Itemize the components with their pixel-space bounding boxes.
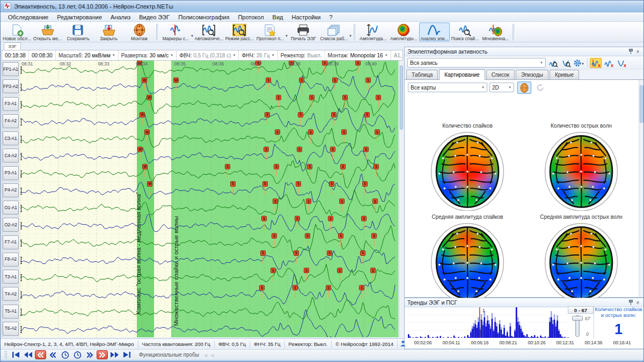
toolbar-button-review-mode[interactable]: Режим расс... bbox=[224, 23, 255, 41]
tab-eeg[interactable]: ЭЭГ bbox=[4, 42, 21, 50]
tab-список[interactable]: Список bbox=[486, 70, 515, 79]
menu-item-0[interactable]: Обследование bbox=[4, 13, 53, 21]
pin-icon[interactable] bbox=[627, 48, 634, 55]
close-icon[interactable]: × bbox=[634, 48, 641, 55]
page-forward-button[interactable] bbox=[109, 350, 120, 359]
toolbar-button-instant-map[interactable]: Мгновенна... bbox=[480, 23, 511, 41]
param-монтаж[interactable]: Монтаж:Monopolar 16▼ bbox=[325, 50, 391, 60]
tab-кривые[interactable]: Кривые bbox=[550, 70, 579, 79]
param-развертка[interactable]: Развертка:30 мм/с▼ bbox=[119, 50, 177, 60]
brain-map-2[interactable] bbox=[427, 221, 508, 304]
spike-delete-icon[interactable]: x bbox=[590, 58, 602, 68]
skip-end-button[interactable] bbox=[121, 350, 133, 359]
chevron-down-icon[interactable]: ▼ bbox=[272, 54, 275, 57]
svg-text:S: S bbox=[273, 234, 276, 238]
toolbar-button-montage[interactable]: Монтаж bbox=[124, 23, 155, 41]
toolbar-button-protocol[interactable]: Протокол п... bbox=[255, 23, 286, 41]
head-view-button[interactable] bbox=[517, 82, 531, 94]
next-test-icon[interactable]: » bbox=[203, 352, 209, 358]
pin-icon[interactable] bbox=[627, 299, 634, 306]
refresh-icon[interactable] bbox=[533, 82, 546, 94]
menu-item-8[interactable]: ? bbox=[325, 13, 336, 21]
eeg-scrollbar-thumb[interactable] bbox=[400, 65, 403, 130]
toolbar-button-spike-search[interactable]: Поиск спай... bbox=[450, 23, 480, 41]
wave-search-icon[interactable] bbox=[547, 58, 559, 68]
toolbar-button-amplitude[interactable]: Амплитуда... bbox=[358, 23, 389, 41]
menu-item-7[interactable]: Настройки bbox=[287, 13, 325, 21]
param-time-8[interactable]: A1, A2▼ bbox=[391, 50, 403, 60]
chevron-down-icon[interactable]: ▼ bbox=[170, 54, 173, 57]
channel-label-p3-a1[interactable]: P3-A1 bbox=[3, 166, 19, 180]
fast-back-button[interactable] bbox=[35, 350, 46, 359]
mapping-scrollbar-thumb[interactable] bbox=[640, 85, 643, 123]
maps-filter-select[interactable]: Все карты▼ bbox=[408, 83, 487, 92]
mapping-scrollbar[interactable] bbox=[639, 80, 643, 297]
brain-map-0[interactable] bbox=[427, 130, 508, 213]
channel-label-c3-a1[interactable]: C3-A1 bbox=[3, 131, 19, 145]
channel-label-o1-a1[interactable]: O1-A1 bbox=[3, 201, 19, 215]
toolbar-button-epi-analysis[interactable]: Анализ эпи... bbox=[419, 23, 450, 41]
eeg-scrollbar[interactable] bbox=[399, 61, 403, 337]
toolbar-button-save[interactable]: Сохранить bbox=[63, 23, 93, 41]
toolbar-button-markers[interactable]: Маркеры с... bbox=[160, 23, 191, 41]
chevron-down-icon[interactable]: ▼ bbox=[385, 54, 388, 57]
channel-label-f4-a2[interactable]: F4-A2 bbox=[3, 114, 19, 128]
menu-item-4[interactable]: Полисомнография bbox=[174, 13, 233, 21]
chevron-down-icon[interactable]: ▼ bbox=[112, 54, 115, 57]
menu-item-2[interactable]: Анализ bbox=[106, 13, 135, 21]
prev-test-icon[interactable]: « bbox=[210, 352, 215, 358]
toolbar-button-close-exam[interactable]: Закрыть bbox=[93, 23, 124, 41]
channel-label-f7-a1[interactable]: F7-A1 bbox=[3, 235, 19, 249]
channel-label-c4-a2[interactable]: C4-A2 bbox=[3, 149, 19, 162]
timer-back-button[interactable] bbox=[60, 350, 71, 359]
brain-map-3[interactable] bbox=[541, 221, 621, 304]
channel-label-o2-a2[interactable]: O2-A2 bbox=[3, 218, 19, 232]
channel-label-f8-a2[interactable]: F8-A2 bbox=[3, 253, 19, 267]
page-back-button[interactable] bbox=[23, 350, 34, 359]
record-range-select[interactable]: Вся запись▼ bbox=[407, 58, 546, 68]
menu-item-6[interactable]: Вид bbox=[268, 13, 288, 21]
toolbar-button-print[interactable]: Печать ЭЭГ bbox=[288, 23, 319, 41]
sharp-search-icon[interactable] bbox=[560, 58, 572, 68]
skip-start-button[interactable] bbox=[10, 350, 21, 359]
settings-gear-icon[interactable]: ▼ bbox=[573, 58, 585, 68]
toolbar-button-worklist[interactable]: Список раб... bbox=[319, 23, 349, 41]
eeg-trace-area[interactable]: FP1-A1FP2-A2F3-A1F4-A2C3-A1C4-A2P3-A1P4-… bbox=[2, 61, 403, 337]
channel-label-t3-a1[interactable]: T3-A1 bbox=[3, 270, 19, 284]
channel-label-f3-a1[interactable]: F3-A1 bbox=[3, 97, 19, 111]
fast-forward-button[interactable] bbox=[97, 350, 108, 359]
tab-таблица[interactable]: Таблица bbox=[406, 70, 438, 79]
wave-delete-icon[interactable]: x bbox=[603, 58, 614, 68]
tab-эпизоды[interactable]: Эпизоды bbox=[516, 70, 548, 79]
sharp-delete-icon[interactable]: x bbox=[616, 58, 627, 68]
menu-item-3[interactable]: Видео ЭЭГ bbox=[135, 13, 174, 21]
dimension-select[interactable]: 2D▼ bbox=[489, 83, 514, 92]
tab-картирование[interactable]: Картирование bbox=[439, 69, 485, 80]
param-фнч[interactable]: ФНЧ:35 Гц▼ bbox=[239, 50, 277, 60]
param-масштаб[interactable]: Масштаб:20 мкВ/мм▼ bbox=[56, 50, 119, 60]
chevron-down-icon[interactable]: ▼ bbox=[349, 34, 352, 38]
eeg-traces[interactable]: WWWWWWWWWSSSSSSSSSSSSSSSSSSSSSSSSSSSSSSS… bbox=[19, 61, 398, 337]
channel-label-fp1-a1[interactable]: FP1-A1 bbox=[3, 62, 19, 76]
brain-map-1[interactable] bbox=[541, 130, 621, 213]
back-button[interactable] bbox=[47, 350, 58, 359]
forward-button[interactable] bbox=[84, 350, 96, 359]
toolbar-button-open-exam[interactable]: Открыть ме... bbox=[32, 23, 63, 41]
chevron-down-icon[interactable]: ▼ bbox=[233, 54, 236, 57]
menu-item-5[interactable]: Протокол bbox=[233, 13, 268, 21]
toolbar-grip[interactable] bbox=[5, 351, 7, 359]
menu-item-1[interactable]: Редактирование bbox=[53, 13, 106, 21]
param-фвч[interactable]: ФВЧ:0,5 Гц (0,318 с)▼ bbox=[177, 50, 239, 60]
channel-label-t5-a1[interactable]: T5-A1 bbox=[3, 305, 19, 319]
timer-forward-button[interactable] bbox=[72, 350, 83, 359]
channel-label-t6-a2[interactable]: T6-A2 bbox=[3, 322, 19, 336]
toolbar-button-new-exam[interactable]: Новое обсл... bbox=[2, 23, 32, 41]
toolbar-button-auto-analysis[interactable]: Автоматиче... bbox=[194, 23, 224, 41]
trends-histogram[interactable]: 1 bbox=[408, 307, 569, 338]
trends-slider-handle[interactable] bbox=[572, 316, 583, 321]
channel-label-fp2-a2[interactable]: FP2-A2 bbox=[3, 79, 19, 93]
channel-label-t4-a2[interactable]: T4-A2 bbox=[3, 287, 19, 301]
toolbar-button-amplitude-map[interactable]: Амплитудн... bbox=[389, 23, 419, 41]
channel-label-p4-a2[interactable]: P4-A2 bbox=[3, 183, 19, 197]
close-icon[interactable]: × bbox=[634, 299, 641, 306]
